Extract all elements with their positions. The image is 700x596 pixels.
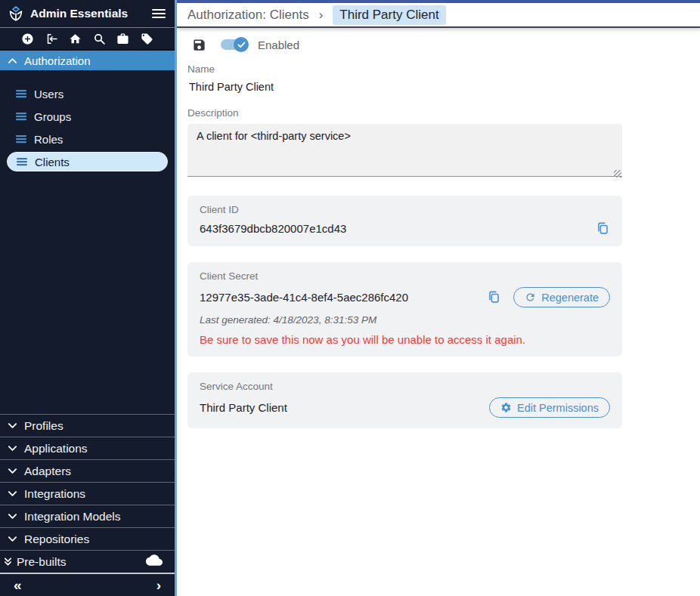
chevron-down-icon bbox=[8, 512, 17, 520]
regenerate-label: Regenerate bbox=[541, 292, 599, 304]
section-label: Profiles bbox=[24, 419, 63, 433]
list-icon bbox=[17, 157, 27, 166]
list-icon bbox=[16, 89, 26, 98]
description-label: Description bbox=[187, 107, 622, 119]
sidebar-section-authorization[interactable]: Authorization bbox=[0, 49, 175, 70]
toggle-label: Enabled bbox=[258, 39, 299, 51]
section-label: Pre-builts bbox=[17, 555, 66, 569]
main-content: Authorization: Clients › Third Party Cli… bbox=[177, 0, 700, 596]
service-account-label: Service Account bbox=[200, 381, 610, 392]
section-label: Integrations bbox=[24, 487, 85, 501]
breadcrumb: Authorization: Clients › Third Party Cli… bbox=[177, 3, 700, 28]
sidebar-section-integration-models[interactable]: Integration Models bbox=[0, 505, 175, 527]
double-chevron-down-icon bbox=[3, 557, 13, 567]
save-icon[interactable] bbox=[192, 38, 206, 52]
secret-warning-text: Be sure to save this now as you will be … bbox=[200, 333, 610, 346]
breadcrumb-root-link[interactable]: Authorization: Clients bbox=[187, 8, 309, 23]
section-label: Integration Models bbox=[24, 510, 121, 523]
description-field-wrap: A client for <third-party service> bbox=[187, 124, 622, 180]
sidebar-item-groups[interactable]: Groups bbox=[7, 107, 168, 126]
sidebar: Admin Essentials Aut bbox=[0, 0, 177, 596]
client-id-value: 643f3679dbcb820007e1cd43 bbox=[200, 222, 346, 235]
sidebar-item-clients[interactable]: Clients bbox=[7, 152, 168, 171]
collapse-sidebar-icon[interactable]: « bbox=[14, 578, 22, 592]
name-field[interactable]: Third Party Client bbox=[187, 81, 622, 93]
enabled-toggle[interactable] bbox=[221, 39, 246, 50]
sidebar-item-label: Users bbox=[34, 88, 63, 100]
section-label: Applications bbox=[24, 442, 88, 455]
list-icon bbox=[16, 112, 26, 121]
section-label: Repositories bbox=[24, 533, 89, 546]
sidebar-section-integrations[interactable]: Integrations bbox=[0, 482, 175, 505]
service-account-value: Third Party Client bbox=[200, 401, 287, 414]
section-label: Adapters bbox=[24, 465, 71, 478]
toggle-check-icon bbox=[234, 37, 249, 52]
chevron-down-icon bbox=[8, 467, 17, 475]
sidebar-item-label: Groups bbox=[34, 110, 71, 123]
sidebar-item-label: Clients bbox=[35, 156, 70, 168]
chevron-down-icon bbox=[8, 535, 17, 543]
edit-permissions-label: Edit Permissions bbox=[517, 402, 599, 414]
client-id-label: Client ID bbox=[200, 204, 610, 215]
client-secret-value: 12977e35-3ade-41c4-8ef4-5aec286fc420 bbox=[200, 291, 408, 304]
resize-grip[interactable] bbox=[614, 170, 621, 178]
sidebar-section-repositories[interactable]: Repositories bbox=[0, 527, 175, 550]
service-account-card: Service Account Third Party Client Edit … bbox=[187, 372, 622, 428]
section-label: Authorization bbox=[24, 54, 91, 67]
chevron-down-icon bbox=[8, 444, 17, 452]
sidebar-submenu: Users Groups Roles Clients bbox=[0, 70, 175, 414]
toolbar: Enabled bbox=[177, 35, 700, 54]
list-icon bbox=[16, 134, 26, 144]
client-secret-card: Client Secret 12977e35-3ade-41c4-8ef4-5a… bbox=[187, 262, 622, 357]
sidebar-icon-row bbox=[0, 28, 175, 49]
app-window: Admin Essentials Aut bbox=[0, 0, 700, 596]
chevron-up-icon bbox=[8, 57, 17, 65]
app-title: Admin Essentials bbox=[30, 7, 152, 20]
client-id-card: Client ID 643f3679dbcb820007e1cd43 bbox=[187, 196, 622, 246]
add-circle-icon[interactable] bbox=[21, 32, 34, 45]
sidebar-header: Admin Essentials bbox=[0, 0, 175, 28]
name-label: Name bbox=[187, 63, 622, 75]
sidebar-bottom-bar: « › bbox=[0, 573, 175, 596]
sidebar-section-applications[interactable]: Applications bbox=[0, 437, 175, 459]
menu-icon[interactable] bbox=[152, 9, 166, 18]
breadcrumb-current: Third Party Client bbox=[333, 5, 445, 25]
chevron-down-icon bbox=[8, 489, 17, 498]
sidebar-section-profiles[interactable]: Profiles bbox=[0, 414, 175, 437]
copy-client-id-icon[interactable] bbox=[595, 221, 610, 236]
briefcase-icon[interactable] bbox=[116, 32, 129, 45]
import-icon[interactable] bbox=[45, 32, 58, 45]
client-secret-label: Client Secret bbox=[200, 270, 610, 282]
sidebar-item-users[interactable]: Users bbox=[7, 84, 168, 103]
forward-icon[interactable]: › bbox=[156, 578, 161, 592]
sidebar-section-prebuilts[interactable]: Pre-builts bbox=[0, 550, 175, 573]
copy-client-secret-icon[interactable] bbox=[486, 290, 501, 305]
refresh-icon bbox=[525, 292, 536, 303]
sidebar-section-adapters[interactable]: Adapters bbox=[0, 459, 175, 482]
gear-icon bbox=[500, 402, 512, 413]
breadcrumb-chevron-icon: › bbox=[319, 8, 324, 23]
client-form: Name Third Party Client Description A cl… bbox=[187, 54, 622, 428]
chevron-down-icon bbox=[8, 422, 17, 430]
tag-icon[interactable] bbox=[141, 32, 153, 45]
last-generated-text: Last generated: 4/18/2023, 8:31:53 PM bbox=[200, 314, 610, 326]
cloud-icon bbox=[146, 554, 163, 569]
search-icon[interactable] bbox=[93, 32, 106, 45]
sidebar-item-roles[interactable]: Roles bbox=[7, 129, 168, 149]
app-logo-icon bbox=[8, 5, 24, 22]
edit-permissions-button[interactable]: Edit Permissions bbox=[489, 397, 610, 418]
regenerate-button[interactable]: Regenerate bbox=[513, 287, 610, 307]
sidebar-item-label: Roles bbox=[34, 133, 63, 146]
description-field[interactable]: A client for <third-party service> bbox=[187, 124, 622, 177]
home-icon[interactable] bbox=[69, 32, 82, 45]
